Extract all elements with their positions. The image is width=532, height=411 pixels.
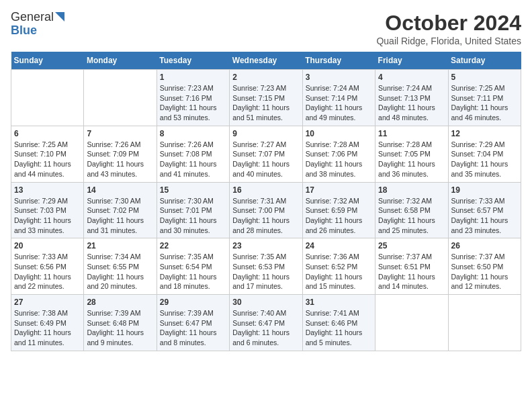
calendar-cell xyxy=(84,70,157,126)
cell-content: Sunrise: 7:37 AM Sunset: 6:51 PM Dayligh… xyxy=(378,252,445,291)
cell-content: Sunrise: 7:29 AM Sunset: 7:04 PM Dayligh… xyxy=(451,140,518,179)
calendar-cell: 5Sunrise: 7:25 AM Sunset: 7:11 PM Daylig… xyxy=(448,70,521,126)
day-number: 21 xyxy=(87,241,153,250)
cell-content: Sunrise: 7:30 AM Sunset: 7:01 PM Dayligh… xyxy=(160,196,226,236)
day-number: 22 xyxy=(160,241,226,250)
day-number: 30 xyxy=(232,298,299,307)
day-number: 9 xyxy=(232,129,299,138)
calendar-cell: 3Sunrise: 7:24 AM Sunset: 7:14 PM Daylig… xyxy=(302,70,375,126)
day-number: 24 xyxy=(306,241,372,250)
cell-content: Sunrise: 7:33 AM Sunset: 6:56 PM Dayligh… xyxy=(14,252,81,291)
day-number: 12 xyxy=(451,129,518,138)
cell-content: Sunrise: 7:24 AM Sunset: 7:14 PM Dayligh… xyxy=(306,83,372,123)
title-block: October 2024 Quail Ridge, Florida, Unite… xyxy=(376,11,521,46)
week-row-5: 27Sunrise: 7:38 AM Sunset: 6:49 PM Dayli… xyxy=(11,295,521,351)
column-header-sunday: Sunday xyxy=(11,52,84,70)
calendar-cell: 13Sunrise: 7:29 AM Sunset: 7:03 PM Dayli… xyxy=(11,182,84,238)
cell-content: Sunrise: 7:26 AM Sunset: 7:09 PM Dayligh… xyxy=(87,140,153,179)
calendar-cell xyxy=(448,295,521,351)
day-number: 6 xyxy=(14,129,81,138)
cell-content: Sunrise: 7:39 AM Sunset: 6:48 PM Dayligh… xyxy=(87,308,153,348)
day-number: 27 xyxy=(14,298,81,307)
cell-content: Sunrise: 7:37 AM Sunset: 6:50 PM Dayligh… xyxy=(451,252,518,291)
cell-content: Sunrise: 7:34 AM Sunset: 6:55 PM Dayligh… xyxy=(87,252,153,291)
cell-content: Sunrise: 7:39 AM Sunset: 6:47 PM Dayligh… xyxy=(160,308,226,348)
day-number: 31 xyxy=(306,298,372,307)
calendar-cell: 10Sunrise: 7:28 AM Sunset: 7:06 PM Dayli… xyxy=(302,126,375,182)
calendar-cell: 27Sunrise: 7:38 AM Sunset: 6:49 PM Dayli… xyxy=(11,295,84,351)
cell-content: Sunrise: 7:41 AM Sunset: 6:46 PM Dayligh… xyxy=(306,308,372,348)
cell-content: Sunrise: 7:32 AM Sunset: 6:58 PM Dayligh… xyxy=(378,196,445,236)
column-header-thursday: Thursday xyxy=(302,52,375,70)
day-number: 28 xyxy=(87,298,153,307)
svg-marker-0 xyxy=(55,12,64,21)
day-number: 25 xyxy=(378,241,445,250)
calendar-cell: 14Sunrise: 7:30 AM Sunset: 7:02 PM Dayli… xyxy=(84,182,157,238)
cell-content: Sunrise: 7:28 AM Sunset: 7:05 PM Dayligh… xyxy=(378,140,445,179)
day-number: 19 xyxy=(451,185,518,195)
cell-content: Sunrise: 7:32 AM Sunset: 6:59 PM Dayligh… xyxy=(306,196,372,236)
calendar-cell: 12Sunrise: 7:29 AM Sunset: 7:04 PM Dayli… xyxy=(448,126,521,182)
day-number: 4 xyxy=(378,73,445,82)
day-number: 10 xyxy=(306,129,372,138)
calendar-cell: 31Sunrise: 7:41 AM Sunset: 6:46 PM Dayli… xyxy=(302,295,375,351)
week-row-3: 13Sunrise: 7:29 AM Sunset: 7:03 PM Dayli… xyxy=(11,182,521,238)
cell-content: Sunrise: 7:24 AM Sunset: 7:13 PM Dayligh… xyxy=(378,83,445,123)
logo-general: General xyxy=(11,10,54,24)
calendar-cell: 24Sunrise: 7:36 AM Sunset: 6:52 PM Dayli… xyxy=(302,238,375,295)
logo: General Blue xyxy=(11,11,64,38)
calendar-cell: 19Sunrise: 7:33 AM Sunset: 6:57 PM Dayli… xyxy=(448,182,521,238)
calendar-cell: 16Sunrise: 7:31 AM Sunset: 7:00 PM Dayli… xyxy=(230,182,302,238)
column-header-monday: Monday xyxy=(84,52,157,70)
column-header-tuesday: Tuesday xyxy=(157,52,229,70)
cell-content: Sunrise: 7:35 AM Sunset: 6:53 PM Dayligh… xyxy=(232,252,299,291)
day-number: 17 xyxy=(306,185,372,195)
day-number: 15 xyxy=(160,185,226,195)
calendar-cell: 29Sunrise: 7:39 AM Sunset: 6:47 PM Dayli… xyxy=(157,295,229,351)
cell-content: Sunrise: 7:27 AM Sunset: 7:07 PM Dayligh… xyxy=(232,140,299,179)
week-row-2: 6Sunrise: 7:25 AM Sunset: 7:10 PM Daylig… xyxy=(11,126,521,182)
day-number: 11 xyxy=(378,129,445,138)
cell-content: Sunrise: 7:30 AM Sunset: 7:02 PM Dayligh… xyxy=(87,196,153,236)
cell-content: Sunrise: 7:25 AM Sunset: 7:11 PM Dayligh… xyxy=(451,83,518,123)
calendar-cell: 23Sunrise: 7:35 AM Sunset: 6:53 PM Dayli… xyxy=(230,238,302,295)
calendar-cell: 20Sunrise: 7:33 AM Sunset: 6:56 PM Dayli… xyxy=(11,238,84,295)
day-number: 23 xyxy=(232,241,299,250)
calendar-cell: 11Sunrise: 7:28 AM Sunset: 7:05 PM Dayli… xyxy=(375,126,448,182)
calendar-body: 1Sunrise: 7:23 AM Sunset: 7:16 PM Daylig… xyxy=(11,70,521,351)
calendar-header: SundayMondayTuesdayWednesdayThursdayFrid… xyxy=(11,52,521,70)
cell-content: Sunrise: 7:28 AM Sunset: 7:06 PM Dayligh… xyxy=(306,140,372,179)
day-number: 26 xyxy=(451,241,518,250)
day-number: 18 xyxy=(378,185,445,195)
calendar-cell: 4Sunrise: 7:24 AM Sunset: 7:13 PM Daylig… xyxy=(375,70,448,126)
day-number: 1 xyxy=(160,73,226,82)
column-header-wednesday: Wednesday xyxy=(230,52,302,70)
day-number: 5 xyxy=(451,73,518,82)
cell-content: Sunrise: 7:23 AM Sunset: 7:16 PM Dayligh… xyxy=(160,83,226,123)
calendar-cell: 7Sunrise: 7:26 AM Sunset: 7:09 PM Daylig… xyxy=(84,126,157,182)
location-subtitle: Quail Ridge, Florida, United States xyxy=(376,36,521,46)
calendar-cell: 15Sunrise: 7:30 AM Sunset: 7:01 PM Dayli… xyxy=(157,182,229,238)
week-row-4: 20Sunrise: 7:33 AM Sunset: 6:56 PM Dayli… xyxy=(11,238,521,295)
cell-content: Sunrise: 7:23 AM Sunset: 7:15 PM Dayligh… xyxy=(232,83,299,123)
cell-content: Sunrise: 7:31 AM Sunset: 7:00 PM Dayligh… xyxy=(232,196,299,236)
calendar-cell: 25Sunrise: 7:37 AM Sunset: 6:51 PM Dayli… xyxy=(375,238,448,295)
calendar-cell: 2Sunrise: 7:23 AM Sunset: 7:15 PM Daylig… xyxy=(230,70,302,126)
day-number: 7 xyxy=(87,129,153,138)
logo-blue: Blue xyxy=(11,24,37,37)
day-number: 8 xyxy=(160,129,226,138)
page-header: General Blue October 2024 Quail Ridge, F… xyxy=(11,11,521,46)
column-header-friday: Friday xyxy=(375,52,448,70)
week-row-1: 1Sunrise: 7:23 AM Sunset: 7:16 PM Daylig… xyxy=(11,70,521,126)
logo-arrow-icon xyxy=(55,12,64,24)
day-number: 14 xyxy=(87,185,153,195)
cell-content: Sunrise: 7:38 AM Sunset: 6:49 PM Dayligh… xyxy=(14,308,81,348)
calendar-table: SundayMondayTuesdayWednesdayThursdayFrid… xyxy=(11,52,521,351)
calendar-cell: 30Sunrise: 7:40 AM Sunset: 6:47 PM Dayli… xyxy=(230,295,302,351)
calendar-cell: 22Sunrise: 7:35 AM Sunset: 6:54 PM Dayli… xyxy=(157,238,229,295)
cell-content: Sunrise: 7:36 AM Sunset: 6:52 PM Dayligh… xyxy=(306,252,372,291)
calendar-cell: 6Sunrise: 7:25 AM Sunset: 7:10 PM Daylig… xyxy=(11,126,84,182)
day-number: 3 xyxy=(306,73,372,82)
calendar-cell: 28Sunrise: 7:39 AM Sunset: 6:48 PM Dayli… xyxy=(84,295,157,351)
column-header-saturday: Saturday xyxy=(448,52,521,70)
